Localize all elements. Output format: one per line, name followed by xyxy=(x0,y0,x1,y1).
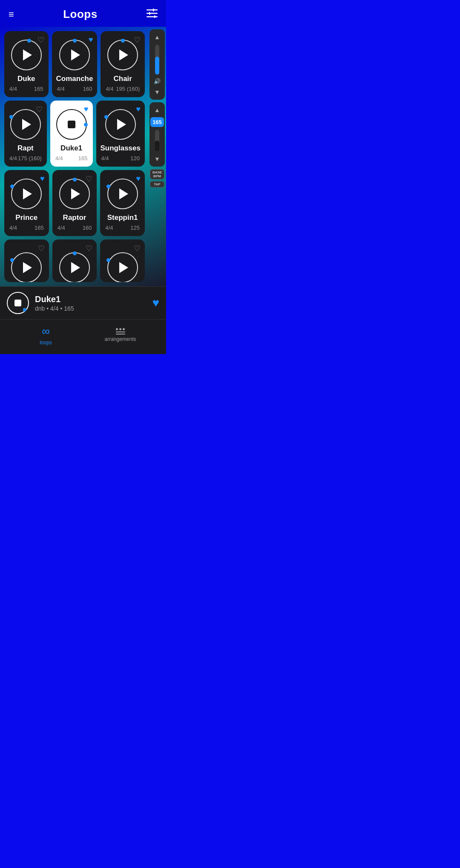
volume-down-arrow[interactable]: ▼ xyxy=(150,86,165,98)
card-name-duke: Duke xyxy=(17,75,35,83)
play-wrap-steppin1 xyxy=(107,179,138,209)
svg-rect-5 xyxy=(154,15,155,18)
play-wrap-sunglasses xyxy=(105,109,136,140)
dot-rapt xyxy=(9,115,13,119)
card-bpm-duke1: 165 xyxy=(78,155,88,161)
loop-card-steppin1[interactable]: ♥ Steppin1 4/4 125 xyxy=(100,170,145,236)
svg-rect-3 xyxy=(153,9,154,12)
arr-line-2 xyxy=(116,334,125,335)
heart-duke1[interactable]: ♥ xyxy=(84,105,89,114)
heart-prince[interactable]: ♥ xyxy=(40,174,45,183)
loop-card-partial-1[interactable]: ♡ xyxy=(4,239,49,282)
play-btn-partial-2[interactable] xyxy=(59,252,90,282)
card-meta-sunglasses: 4/4 120 xyxy=(101,155,141,161)
card-bpm-sunglasses: 120 xyxy=(130,155,140,161)
arr-dot-1 xyxy=(116,328,118,330)
card-timesig-duke1: 4/4 xyxy=(55,155,63,161)
play-icon-chair xyxy=(119,49,128,61)
play-wrap-prince xyxy=(11,179,42,209)
loop-card-raptor[interactable]: ♡ Raptor 4/4 160 xyxy=(52,170,97,236)
tap-badge[interactable]: TAP xyxy=(150,181,164,187)
loop-card-duke1[interactable]: ♥ Duke1 4/4 165 xyxy=(50,101,93,167)
heart-raptor[interactable]: ♡ xyxy=(86,174,92,184)
arr-line-1 xyxy=(116,332,125,332)
bpm-slider-track[interactable] xyxy=(155,130,159,151)
heart-rapt[interactable]: ♡ xyxy=(36,105,43,114)
play-btn-partial-1[interactable] xyxy=(11,252,42,282)
play-btn-duke1[interactable] xyxy=(56,109,87,140)
card-name-sunglasses: Sunglasses xyxy=(101,144,141,153)
heart-partial-2[interactable]: ♡ xyxy=(86,244,92,253)
nav-arrangements[interactable]: arrangements xyxy=(83,328,158,342)
loop-card-chair[interactable]: ♡ Chair 4/4 195 (160) xyxy=(101,31,145,97)
play-btn-steppin1[interactable] xyxy=(107,179,138,209)
card-bpm-chair: 195 (160) xyxy=(116,86,140,92)
arr-dot-2 xyxy=(119,328,121,330)
card-meta-rapt: 4/4 175 (160) xyxy=(9,155,43,161)
play-icon-sunglasses xyxy=(117,119,126,130)
card-name-raptor: Raptor xyxy=(63,213,86,222)
heart-chair[interactable]: ♡ xyxy=(134,35,141,45)
loop-card-rapt[interactable]: ♡ Rapt 4/4 175 (160) xyxy=(4,101,47,167)
card-meta-steppin1: 4/4 125 xyxy=(104,225,141,231)
card-bpm-duke: 165 xyxy=(34,86,43,92)
card-timesig-comanche: 4/4 xyxy=(57,86,65,92)
heart-sunglasses[interactable]: ♥ xyxy=(136,105,141,114)
player-stop-icon xyxy=(14,300,21,306)
play-btn-raptor[interactable] xyxy=(59,179,90,209)
play-btn-partial-3[interactable] xyxy=(107,252,138,282)
header: ≡ Loops xyxy=(0,0,166,27)
play-wrap-partial-2 xyxy=(59,252,90,282)
loop-card-duke[interactable]: ♡ Duke 4/4 165 xyxy=(4,31,49,97)
card-timesig-sunglasses: 4/4 xyxy=(101,155,109,161)
dot-partial-3 xyxy=(106,258,110,262)
player-bar: Duke1 dnb • 4/4 • 165 ♥ xyxy=(0,286,166,319)
player-stop-button[interactable] xyxy=(7,292,29,314)
loop-card-comanche[interactable]: ♥ Comanche 4/4 160 xyxy=(52,31,98,97)
player-heart-button[interactable]: ♥ xyxy=(152,296,159,310)
grid-row-2: ♡ Rapt 4/4 175 (160) ♥ xyxy=(4,101,145,167)
bpm-up-arrow[interactable]: ▲ xyxy=(150,104,165,116)
play-btn-comanche[interactable] xyxy=(59,40,90,70)
loop-card-prince[interactable]: ♥ Prince 4/4 165 xyxy=(4,170,49,236)
heart-duke[interactable]: ♡ xyxy=(37,35,44,45)
card-meta-duke1: 4/4 165 xyxy=(55,155,89,161)
play-icon-duke xyxy=(23,49,32,61)
play-btn-sunglasses[interactable] xyxy=(105,109,136,140)
heart-comanche[interactable]: ♥ xyxy=(89,35,93,44)
bpm-down-arrow[interactable]: ▼ xyxy=(150,153,165,165)
heart-partial-3[interactable]: ♡ xyxy=(134,244,141,253)
loop-card-sunglasses[interactable]: ♥ Sunglasses 4/4 120 xyxy=(96,101,145,167)
base-bpm-badge[interactable]: BASE BPM xyxy=(150,169,164,179)
player-info: Duke1 dnb • 4/4 • 165 xyxy=(35,294,146,312)
bpm-value: 165 xyxy=(150,117,164,127)
heart-partial-1[interactable]: ♡ xyxy=(38,244,45,253)
svg-rect-0 xyxy=(147,9,158,11)
bottom-nav: ∞ loops arrangements xyxy=(0,319,166,354)
menu-icon[interactable]: ≡ xyxy=(9,9,14,20)
play-icon-raptor xyxy=(71,188,80,199)
play-icon-partial-1 xyxy=(23,262,32,273)
loop-card-partial-3[interactable]: ♡ xyxy=(100,239,145,282)
card-meta-duke: 4/4 165 xyxy=(9,86,44,92)
card-name-steppin1: Steppin1 xyxy=(107,213,138,222)
volume-icon[interactable]: 🔊 xyxy=(154,76,161,86)
play-btn-prince[interactable] xyxy=(11,179,42,209)
nav-loops[interactable]: ∞ loops xyxy=(9,325,83,346)
dot-steppin1 xyxy=(106,185,110,188)
volume-up-arrow[interactable]: ▲ xyxy=(150,31,165,43)
volume-slider-track[interactable] xyxy=(155,45,159,75)
bpm-section: ▲ 165 ▼ xyxy=(150,102,165,167)
stop-icon-duke1 xyxy=(68,121,75,128)
card-name-rapt: Rapt xyxy=(17,144,34,153)
svg-rect-2 xyxy=(147,16,158,17)
dot-duke1 xyxy=(84,123,88,127)
card-bpm-comanche: 160 xyxy=(83,86,92,92)
card-meta-raptor: 4/4 160 xyxy=(57,225,93,231)
loop-card-partial-2[interactable]: ♡ xyxy=(52,239,97,282)
heart-steppin1[interactable]: ♥ xyxy=(136,174,141,183)
card-bpm-raptor: 160 xyxy=(83,225,92,231)
dot-comanche xyxy=(73,39,77,43)
play-wrap-partial-3 xyxy=(107,252,138,282)
filter-icon[interactable] xyxy=(147,9,158,20)
